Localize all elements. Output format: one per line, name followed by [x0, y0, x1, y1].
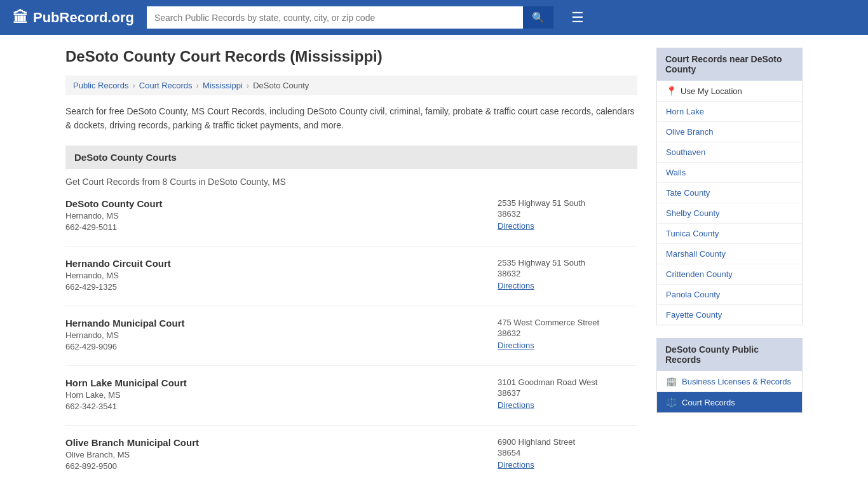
- sidebar-nearby-header: Court Records near DeSoto County: [656, 48, 803, 81]
- sidebar-nearby-item[interactable]: Olive Branch: [657, 122, 802, 142]
- court-address1: 2535 Highway 51 South: [498, 258, 637, 268]
- court-entry: Horn Lake Municipal Court Horn Lake, MS …: [65, 377, 637, 411]
- sidebar-nearby-item[interactable]: Crittenden County: [657, 264, 802, 285]
- court-address2: 38654: [498, 448, 637, 458]
- sidebar-public-records-item[interactable]: 🏢Business Licenses & Records: [657, 371, 802, 392]
- sidebar-nearby-item[interactable]: Southaven: [657, 142, 802, 163]
- court-right: 6900 Highland Street 38654 Directions: [498, 437, 637, 470]
- logo-text: PubRecord.org: [33, 10, 134, 26]
- court-phone: 662-342-3541: [65, 402, 187, 411]
- court-name: Horn Lake Municipal Court: [65, 377, 187, 388]
- courts-section-header: DeSoto County Courts: [65, 146, 637, 169]
- court-name: DeSoto County Court: [65, 198, 162, 209]
- sidebar-nearby-list: 📍 Use My Location Horn LakeOlive BranchS…: [656, 81, 803, 325]
- courts-count: Get Court Records from 8 Courts in DeSot…: [65, 177, 637, 187]
- main-layout: DeSoto County Court Records (Mississippi…: [53, 35, 815, 488]
- sidebar-nearby-item[interactable]: Horn Lake: [657, 102, 802, 122]
- court-address1: 3101 Goodman Road West: [498, 377, 637, 387]
- court-left: Horn Lake Municipal Court Horn Lake, MS …: [65, 377, 187, 411]
- court-entry: Olive Branch Municipal Court Olive Branc…: [65, 437, 637, 471]
- page-title: DeSoto County Court Records (Mississippi…: [65, 48, 637, 65]
- menu-button[interactable]: ☰: [571, 11, 584, 25]
- breadcrumb-sep-1: ›: [132, 81, 135, 90]
- directions-link[interactable]: Directions: [498, 341, 534, 350]
- sidebar-use-location[interactable]: 📍 Use My Location: [657, 81, 802, 102]
- court-city: Horn Lake, MS: [65, 390, 187, 400]
- court-name: Olive Branch Municipal Court: [65, 437, 199, 448]
- court-city: Hernando, MS: [65, 330, 185, 340]
- directions-link[interactable]: Directions: [498, 400, 534, 410]
- item-label: Court Records: [682, 398, 735, 407]
- court-city: Olive Branch, MS: [65, 450, 199, 459]
- sidebar-nearby-item[interactable]: Tunica County: [657, 224, 802, 244]
- court-city: Hernando, MS: [65, 211, 162, 220]
- court-divider: [65, 306, 637, 306]
- sidebar: Court Records near DeSoto County 📍 Use M…: [656, 48, 803, 485]
- sidebar-nearby-item[interactable]: Walls: [657, 163, 802, 183]
- court-left: DeSoto County Court Hernando, MS 662-429…: [65, 198, 162, 232]
- court-address2: 38637: [498, 388, 637, 398]
- court-phone: 662-429-5011: [65, 222, 162, 232]
- court-address2: 38632: [498, 269, 637, 278]
- breadcrumb-public-records[interactable]: Public Records: [73, 81, 128, 90]
- court-divider: [65, 425, 637, 426]
- court-name: Hernando Circuit Court: [65, 258, 171, 269]
- item-label: Business Licenses & Records: [682, 377, 791, 386]
- sidebar-nearby-item[interactable]: Panola County: [657, 285, 802, 305]
- content-area: DeSoto County Court Records (Mississippi…: [65, 48, 637, 485]
- court-left: Hernando Circuit Court Hernando, MS 662-…: [65, 258, 171, 292]
- courts-list: DeSoto County Court Hernando, MS 662-429…: [65, 198, 637, 471]
- court-address1: 6900 Highland Street: [498, 437, 637, 447]
- sidebar-nearby-item[interactable]: Tate County: [657, 183, 802, 203]
- court-right: 475 West Commerce Street 38632 Direction…: [498, 318, 637, 350]
- breadcrumb-sep-2: ›: [196, 81, 199, 90]
- court-entry: DeSoto County Court Hernando, MS 662-429…: [65, 198, 637, 232]
- court-address2: 38632: [498, 209, 637, 219]
- logo-icon: 🏛: [13, 9, 28, 27]
- item-icon: 🏢: [666, 376, 677, 386]
- court-left: Olive Branch Municipal Court Olive Branc…: [65, 437, 199, 471]
- header: 🏛 PubRecord.org 🔍 ☰: [0, 0, 868, 35]
- location-icon: 📍: [666, 86, 677, 96]
- court-address1: 2535 Highway 51 South: [498, 198, 637, 208]
- court-name: Hernando Municipal Court: [65, 318, 185, 329]
- logo[interactable]: 🏛 PubRecord.org: [13, 9, 134, 27]
- court-address2: 38632: [498, 329, 637, 338]
- breadcrumb-desoto: DeSoto County: [253, 81, 309, 90]
- breadcrumb-sep-3: ›: [247, 81, 249, 90]
- sidebar-nearby-item[interactable]: Shelby County: [657, 203, 802, 224]
- search-bar: 🔍: [147, 6, 553, 29]
- court-entry: Hernando Municipal Court Hernando, MS 66…: [65, 318, 637, 351]
- search-icon: 🔍: [532, 12, 545, 23]
- sidebar-public-records-list: 🏢Business Licenses & Records⚖️Court Reco…: [656, 371, 803, 413]
- court-right: 3101 Goodman Road West 38637 Directions: [498, 377, 637, 410]
- breadcrumb-mississippi[interactable]: Mississippi: [203, 81, 243, 90]
- directions-link[interactable]: Directions: [498, 221, 534, 231]
- sidebar-nearby-item[interactable]: Marshall County: [657, 244, 802, 264]
- sidebar-public-records-item[interactable]: ⚖️Court Records: [657, 392, 802, 412]
- breadcrumb-court-records[interactable]: Court Records: [139, 81, 193, 90]
- court-city: Hernando, MS: [65, 271, 171, 280]
- search-button[interactable]: 🔍: [523, 6, 553, 29]
- search-input[interactable]: [147, 6, 523, 29]
- court-divider: [65, 246, 637, 247]
- directions-link[interactable]: Directions: [498, 281, 534, 290]
- hamburger-icon: ☰: [571, 10, 584, 25]
- court-address1: 475 West Commerce Street: [498, 318, 637, 327]
- court-right: 2535 Highway 51 South 38632 Directions: [498, 258, 637, 290]
- sidebar-public-records-header: DeSoto County Public Records: [656, 338, 803, 371]
- court-phone: 662-892-9500: [65, 461, 199, 471]
- court-entry: Hernando Circuit Court Hernando, MS 662-…: [65, 258, 637, 292]
- sidebar-nearby-item[interactable]: Fayette County: [657, 305, 802, 325]
- court-left: Hernando Municipal Court Hernando, MS 66…: [65, 318, 185, 351]
- court-divider: [65, 365, 637, 366]
- court-phone: 662-429-9096: [65, 342, 185, 351]
- use-location-label: Use My Location: [681, 86, 742, 96]
- item-icon: ⚖️: [666, 397, 677, 407]
- court-phone: 662-429-1325: [65, 282, 171, 292]
- court-right: 2535 Highway 51 South 38632 Directions: [498, 198, 637, 231]
- breadcrumb: Public Records › Court Records › Mississ…: [65, 76, 637, 95]
- directions-link[interactable]: Directions: [498, 460, 534, 470]
- description: Search for free DeSoto County, MS Court …: [65, 104, 637, 133]
